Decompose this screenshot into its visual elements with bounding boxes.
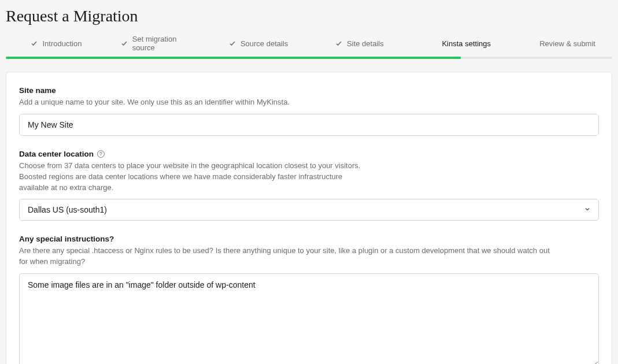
data-center-label: Data center location ? xyxy=(19,150,599,158)
data-center-select[interactable]: Dallas US (us-south1) xyxy=(19,199,599,221)
check-icon xyxy=(335,40,342,47)
data-center-help: Choose from 37 data centers to place you… xyxy=(19,161,366,194)
special-instructions-help: Are there any special .htaccess or Nginx… xyxy=(19,246,551,268)
stepper: Introduction Set migration source Source… xyxy=(0,35,618,57)
data-center-label-text: Data center location xyxy=(19,150,94,158)
check-icon xyxy=(229,40,236,47)
info-icon[interactable]: ? xyxy=(97,150,105,158)
step-review-submit[interactable]: Review & submit xyxy=(511,35,612,52)
special-instructions-textarea[interactable] xyxy=(19,273,599,364)
progress-fill xyxy=(6,57,461,59)
progress-bar xyxy=(6,57,612,59)
step-source-details[interactable]: Source details xyxy=(208,35,309,52)
step-site-details[interactable]: Site details xyxy=(309,35,410,52)
special-instructions-label: Any special instructions? xyxy=(19,235,599,243)
step-label: Kinsta settings xyxy=(442,39,491,48)
step-label: Introduction xyxy=(42,39,82,48)
step-set-migration-source[interactable]: Set migration source xyxy=(107,35,208,52)
page-title: Request a Migration xyxy=(0,0,618,35)
site-name-label: Site name xyxy=(19,86,599,95)
field-data-center: Data center location ? Choose from 37 da… xyxy=(19,150,599,221)
step-introduction[interactable]: Introduction xyxy=(6,35,107,52)
step-label: Site details xyxy=(347,39,384,48)
field-special-instructions: Any special instructions? Are there any … xyxy=(19,235,599,364)
site-name-input[interactable] xyxy=(19,114,599,136)
check-icon xyxy=(121,40,128,47)
field-site-name: Site name Add a unique name to your site… xyxy=(19,86,599,136)
step-label: Review & submit xyxy=(539,39,595,48)
step-label: Source details xyxy=(240,39,288,48)
step-kinsta-settings[interactable]: Kinsta settings xyxy=(410,35,511,52)
site-name-help: Add a unique name to your site. We only … xyxy=(19,97,551,108)
step-label: Set migration source xyxy=(132,35,194,52)
form-card: Site name Add a unique name to your site… xyxy=(6,72,612,364)
check-icon xyxy=(31,40,38,47)
